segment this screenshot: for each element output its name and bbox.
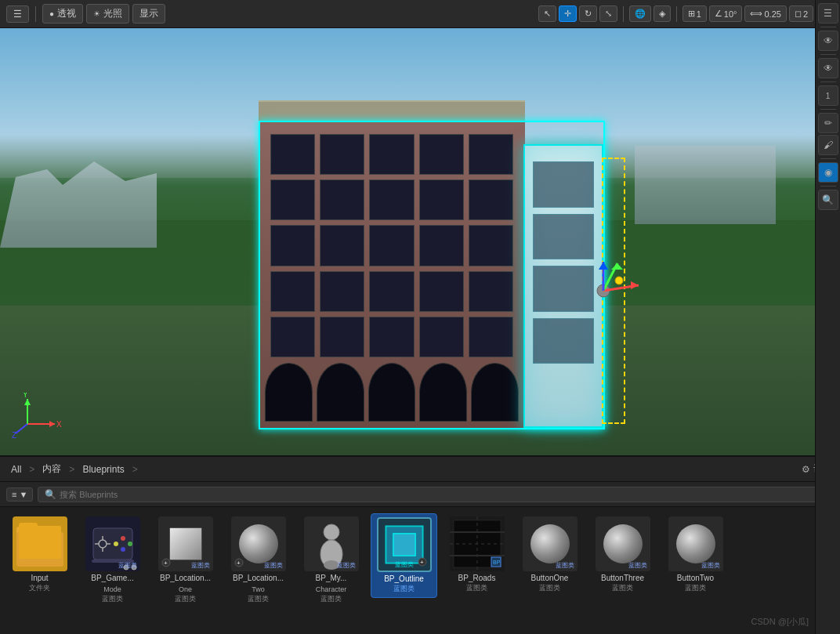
svg-rect-18 — [16, 532, 63, 567]
window — [469, 134, 513, 175]
asset-button-one[interactable]: 蓝图类 ButtonOne 蓝图类 — [516, 513, 583, 596]
rp-sep-1 — [820, 27, 836, 27]
asset-bp-location-two-type: 蓝图类 — [248, 594, 269, 604]
filter-arrow: ▼ — [19, 490, 27, 499]
angle-button[interactable]: ∠ 10° — [709, 5, 743, 22]
svg-point-25 — [121, 536, 125, 541]
globe-icon: 🌐 — [635, 9, 646, 19]
sphere-shape — [239, 524, 278, 563]
asset-bp-location-two-subname: Two — [252, 585, 265, 594]
rp-number-btn[interactable]: 1 — [818, 85, 838, 106]
breadcrumb-content[interactable]: 内容 — [39, 461, 64, 477]
window — [320, 134, 364, 175]
svg-point-28 — [114, 542, 118, 546]
asset-bp-my-character[interactable]: 蓝图类 BP_My... Character 蓝图类 — [298, 513, 364, 607]
window — [320, 179, 364, 220]
rp-sep-6 — [820, 186, 836, 187]
grid-toggle-button[interactable]: ⊞ 1 — [682, 5, 707, 22]
scale-icon: ⤡ — [605, 9, 612, 19]
svg-rect-42 — [393, 534, 415, 556]
asset-bp-roads-type: 蓝图类 — [466, 583, 487, 593]
viewport[interactable]: X Y Z — [0, 28, 815, 455]
rp-paint-btn[interactable]: 🖌 — [818, 135, 838, 155]
asset-bp-location-one-label: BP_Location... — [160, 574, 211, 583]
camera-button[interactable]: ◻ 2 — [789, 5, 813, 22]
asset-button-three[interactable]: 蓝图类 ButtonThree 蓝图类 — [589, 513, 656, 596]
asset-input[interactable]: Input 文件夹 — [6, 513, 73, 596]
separator-1 — [35, 6, 36, 22]
filter-icon: ≡ — [12, 490, 16, 499]
rp-sep-4 — [820, 109, 836, 110]
select-mode-button[interactable]: ↖ — [538, 5, 556, 22]
asset-button-two[interactable]: 蓝图类 ButtonTwo 蓝图类 — [662, 513, 729, 596]
asset-bp-my-character-thumbnail: 蓝图类 — [304, 516, 359, 571]
display-button[interactable]: 显示 — [132, 4, 165, 24]
rp-search-btn[interactable]: 🔍 — [818, 190, 838, 210]
blue-icon: ◉ — [824, 167, 832, 178]
rp-menu-btn[interactable]: ☰ — [818, 3, 838, 24]
location-one-add-icon: + — [161, 558, 171, 570]
svg-point-26 — [128, 542, 132, 546]
svg-point-27 — [121, 547, 125, 552]
perspective-button[interactable]: ● 透视 — [42, 4, 83, 24]
svg-text:BP: BP — [493, 560, 501, 565]
svg-rect-17 — [16, 527, 38, 536]
menu-button[interactable]: ☰ — [6, 5, 29, 23]
breadcrumb-bar: All > 内容 > Blueprints > ⚙ 设置 — [0, 457, 840, 482]
rotate-button[interactable]: ↻ — [579, 5, 597, 22]
svg-text:Z: Z — [12, 431, 16, 440]
sphere-two — [676, 524, 715, 563]
breadcrumb-all[interactable]: All — [8, 462, 24, 476]
asset-bp-location-one[interactable]: 蓝图类 + BP_Location... One 蓝图类 — [152, 513, 219, 607]
snap-icon: ⟺ — [750, 9, 762, 19]
asset-bp-outline[interactable]: 蓝图类 + BP_Outline 蓝图类 — [371, 513, 437, 598]
eye-icon-2: 👁 — [824, 63, 833, 74]
angle-icon: ∠ — [715, 9, 722, 19]
coordinate-axes: X Y Z — [12, 393, 67, 440]
lighting-button[interactable]: ☀ 光照 — [86, 4, 129, 24]
asset-bp-gamemode-label: BP_Game... — [91, 574, 133, 583]
snap-button[interactable]: ⟺ 0.25 — [744, 5, 786, 22]
main-layout: X Y Z All > 内容 > — [0, 28, 840, 634]
breadcrumb-sep-3: > — [132, 464, 138, 475]
window — [419, 179, 464, 220]
asset-button-three-thumbnail: 蓝图类 — [596, 516, 650, 571]
side-window — [533, 214, 594, 260]
rp-edit-btn[interactable]: ✏ — [818, 113, 838, 133]
world-icon-btn[interactable]: 🌐 — [629, 5, 651, 22]
edit-icon: ✏ — [824, 118, 832, 129]
rp-sep-5 — [820, 158, 836, 159]
asset-bp-gamemode-type: 蓝图类 — [102, 594, 123, 604]
sep2 — [623, 6, 624, 22]
number-icon: 1 — [826, 92, 831, 100]
window — [270, 134, 315, 175]
arch-window — [471, 363, 519, 422]
rp-eye-btn-1[interactable]: 👁 — [818, 31, 838, 51]
rp-blue-btn[interactable]: ◉ — [818, 162, 838, 183]
display-label: 显示 — [139, 7, 158, 20]
asset-bp-location-two-label: BP_Location... — [233, 574, 284, 583]
transform-gizmo[interactable] — [580, 255, 643, 318]
paint-icon: 🖌 — [824, 139, 833, 150]
asset-bp-roads[interactable]: BP BP_Roads 蓝图类 — [444, 513, 510, 596]
scale-button[interactable]: ⤡ — [599, 5, 617, 22]
svg-point-38 — [324, 524, 339, 540]
window — [419, 317, 464, 357]
rp-eye-btn-2[interactable]: 👁 — [818, 58, 838, 78]
building-front — [259, 122, 525, 428]
window — [469, 271, 513, 312]
asset-bp-outline-thumbnail: 蓝图类 + — [377, 517, 432, 572]
arch-window — [317, 363, 364, 422]
asset-bp-gamemode[interactable]: 蓝图类 BP_Game... Mode 蓝图类 — [79, 513, 146, 607]
surface-btn[interactable]: ◈ — [654, 5, 671, 22]
filter-dropdown-button[interactable]: ≡ ▼ — [6, 487, 33, 502]
camera-value: 2 — [803, 9, 808, 19]
translate-button[interactable]: ✛ — [559, 5, 577, 22]
browser-toolbar: ≡ ▼ 🔍 ▼ — [0, 482, 840, 507]
asset-bp-location-two[interactable]: 蓝图类 + BP_Location... Two 蓝图类 — [225, 513, 291, 607]
search-input[interactable] — [60, 490, 814, 499]
sep3 — [676, 6, 677, 22]
snap-value: 0.25 — [764, 9, 780, 19]
window — [369, 225, 414, 266]
breadcrumb-blueprints[interactable]: Blueprints — [79, 462, 127, 476]
